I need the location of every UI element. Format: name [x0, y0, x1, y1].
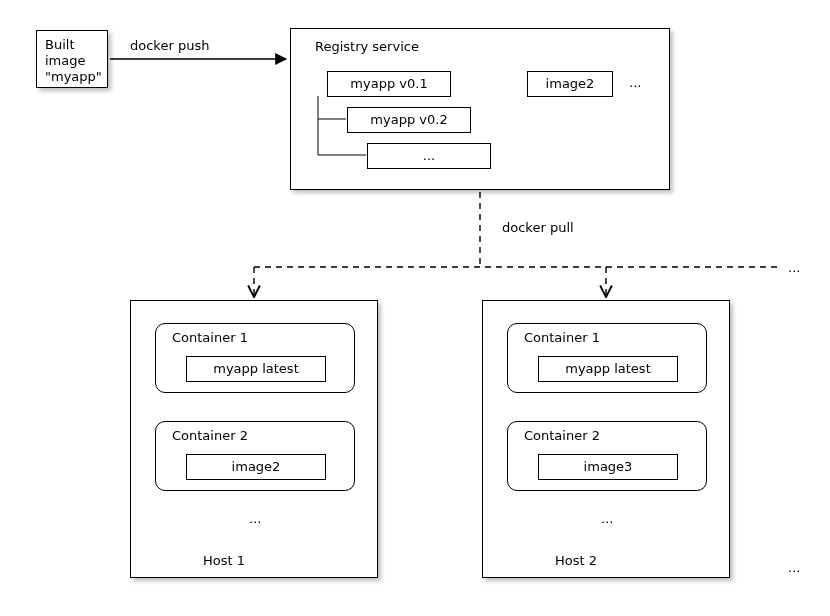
- host1-c2-image-label: image2: [187, 459, 325, 475]
- host1-c2-title: Container 2: [172, 428, 248, 444]
- host1-box: Container 1 myapp latest Container 2 ima…: [130, 300, 378, 578]
- host1-container2: Container 2 image2: [155, 421, 355, 491]
- registry-myapp-v02-label: myapp v0.2: [348, 112, 470, 128]
- host2-container2: Container 2 image3: [507, 421, 707, 491]
- built-image-line2: image: [45, 53, 86, 69]
- registry-image2: image2: [527, 71, 613, 97]
- docker-pull-label: docker pull: [502, 220, 574, 236]
- host2-more: ...: [601, 511, 613, 527]
- registry-myapp-v01: myapp v0.1: [327, 71, 451, 97]
- host1-c2-image: image2: [186, 454, 326, 480]
- host2-c1-title: Container 1: [524, 330, 600, 346]
- registry-box: Registry service myapp v0.1 myapp v0.2 .…: [290, 28, 670, 190]
- docker-push-label: docker push: [130, 38, 209, 54]
- host2-c2-image-label: image3: [539, 459, 677, 475]
- registry-myapp-v02: myapp v0.2: [347, 107, 471, 133]
- host1-c1-image-label: myapp latest: [187, 361, 325, 377]
- diagram-stage: Built image "myapp" docker push Registry…: [0, 0, 830, 616]
- host1-c1-title: Container 1: [172, 330, 248, 346]
- host1-c1-image: myapp latest: [186, 356, 326, 382]
- host2-box: Container 1 myapp latest Container 2 ima…: [482, 300, 730, 578]
- built-image-box: Built image "myapp": [36, 30, 108, 88]
- registry-title: Registry service: [315, 39, 419, 55]
- registry-more: ...: [629, 75, 641, 91]
- host2-c2-title: Container 2: [524, 428, 600, 444]
- built-image-line3: "myapp": [45, 69, 102, 85]
- registry-myapp-more-label: ...: [368, 148, 490, 164]
- host2-c2-image: image3: [538, 454, 678, 480]
- registry-image2-label: image2: [528, 76, 612, 92]
- bottom-more: ...: [788, 560, 800, 576]
- host2-title: Host 2: [555, 553, 597, 569]
- registry-myapp-v01-label: myapp v0.1: [328, 76, 450, 92]
- host1-title: Host 1: [203, 553, 245, 569]
- host2-c1-image-label: myapp latest: [539, 361, 677, 377]
- host2-container1: Container 1 myapp latest: [507, 323, 707, 393]
- hosts-more: ...: [788, 260, 800, 276]
- host1-more: ...: [249, 511, 261, 527]
- host1-container1: Container 1 myapp latest: [155, 323, 355, 393]
- host2-c1-image: myapp latest: [538, 356, 678, 382]
- registry-myapp-more: ...: [367, 143, 491, 169]
- built-image-line1: Built: [45, 37, 74, 53]
